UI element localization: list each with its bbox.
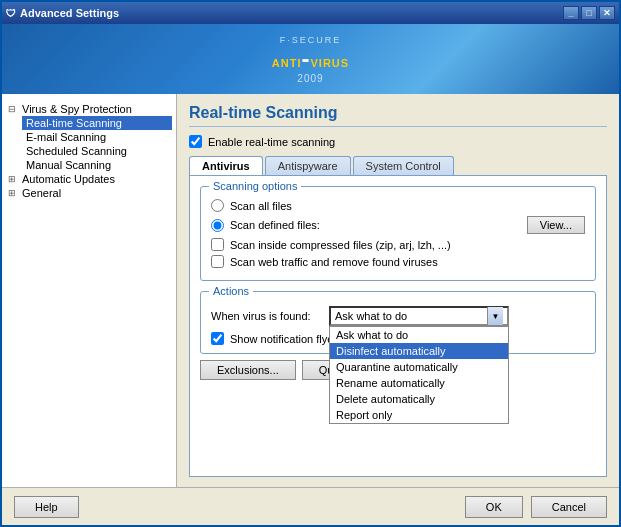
when-virus-label: When virus is found: — [211, 310, 321, 322]
minimize-button[interactable]: _ — [563, 6, 579, 20]
sidebar: ⊟ Virus & Spy Protection Real-time Scann… — [2, 94, 177, 487]
tabs-header: Antivirus Antispyware System Control — [189, 156, 607, 175]
window-title: Advanced Settings — [20, 7, 119, 19]
content-area: Real-time Scanning Enable real-time scan… — [177, 94, 619, 487]
scanning-options-section: Scanning options Scan all files Scan def… — [200, 186, 596, 281]
scan-all-radio[interactable] — [211, 199, 224, 212]
actions-legend: Actions — [209, 285, 253, 297]
scan-compressed-checkbox[interactable] — [211, 238, 224, 251]
sidebar-item-auto-updates-label: Automatic Updates — [22, 173, 170, 185]
expand-general-icon: ⊞ — [8, 188, 22, 198]
when-virus-row: When virus is found: Ask what to do ▼ As… — [211, 306, 585, 326]
dropdown-arrow-icon: ▼ — [487, 307, 503, 325]
option-rename[interactable]: Rename automatically — [330, 375, 508, 391]
title-bar-left: 🛡 Advanced Settings — [6, 7, 119, 19]
footer-right: OK Cancel — [465, 496, 607, 518]
sidebar-item-virus-spy-label: Virus & Spy Protection — [22, 103, 170, 115]
option-disinfect[interactable]: Disinfect automatically — [330, 343, 508, 359]
actions-dropdown-wrapper: Ask what to do ▼ Ask what to do Disinfec… — [329, 306, 509, 326]
actions-dropdown[interactable]: Ask what to do ▼ — [329, 306, 509, 326]
scan-defined-row: Scan defined files: View... — [211, 216, 585, 234]
scan-web-label: Scan web traffic and remove found viruse… — [230, 256, 438, 268]
year-label: 2009 — [272, 73, 349, 84]
exclusions-button[interactable]: Exclusions... — [200, 360, 296, 380]
sidebar-item-realtime[interactable]: Real-time Scanning — [22, 116, 172, 130]
expand-virus-spy-icon: ⊟ — [8, 104, 22, 114]
virus-text: VIRUS — [311, 57, 350, 69]
option-ask[interactable]: Ask what to do — [330, 327, 508, 343]
view-button[interactable]: View... — [527, 216, 585, 234]
title-bar-buttons: _ □ ✕ — [563, 6, 615, 20]
ok-button[interactable]: OK — [465, 496, 523, 518]
scanning-options-legend: Scanning options — [209, 180, 301, 192]
help-button[interactable]: Help — [14, 496, 79, 518]
sidebar-item-scheduled[interactable]: Scheduled Scanning — [22, 144, 172, 158]
dropdown-current-value: Ask what to do — [335, 310, 407, 322]
actions-section: Actions When virus is found: Ask what to… — [200, 291, 596, 354]
maximize-button[interactable]: □ — [581, 6, 597, 20]
sidebar-item-email-label: E-mail Scanning — [26, 131, 168, 143]
close-button[interactable]: ✕ — [599, 6, 615, 20]
dropdown-list: Ask what to do Disinfect automatically Q… — [329, 326, 509, 424]
cancel-button[interactable]: Cancel — [531, 496, 607, 518]
fsecure-label: F·SECURE — [272, 35, 349, 45]
scan-all-files-row: Scan all files — [211, 199, 585, 212]
notification-checkbox[interactable] — [211, 332, 224, 345]
sidebar-item-scheduled-label: Scheduled Scanning — [26, 145, 168, 157]
expand-auto-updates-icon: ⊞ — [8, 174, 22, 184]
main-window: 🛡 Advanced Settings _ □ ✕ F·SECURE ANTI-… — [0, 0, 621, 527]
sidebar-item-email[interactable]: E-mail Scanning — [22, 130, 172, 144]
sidebar-children-virus-spy: Real-time Scanning E-mail Scanning Sched… — [22, 116, 172, 172]
footer-left: Help — [14, 496, 79, 518]
tab-antispyware[interactable]: Antispyware — [265, 156, 351, 175]
sidebar-item-virus-spy[interactable]: ⊟ Virus & Spy Protection — [6, 102, 172, 116]
antivirus-label: ANTI-VIRUS — [272, 45, 349, 73]
scan-web-checkbox[interactable] — [211, 255, 224, 268]
tab-system-control[interactable]: System Control — [353, 156, 454, 175]
tab-content: Scanning options Scan all files Scan def… — [189, 175, 607, 477]
sidebar-item-realtime-label: Real-time Scanning — [26, 117, 168, 129]
scan-web-row: Scan web traffic and remove found viruse… — [211, 255, 585, 268]
header-banner: F·SECURE ANTI-VIRUS 2009 — [2, 24, 619, 94]
sidebar-item-manual-label: Manual Scanning — [26, 159, 168, 171]
window-icon: 🛡 — [6, 8, 16, 19]
scan-compressed-label: Scan inside compressed files (zip, arj, … — [230, 239, 451, 251]
main-content: ⊟ Virus & Spy Protection Real-time Scann… — [2, 94, 619, 487]
sidebar-item-manual[interactable]: Manual Scanning — [22, 158, 172, 172]
tab-antivirus[interactable]: Antivirus — [189, 156, 263, 175]
scan-defined-radio[interactable] — [211, 219, 224, 232]
footer: Help OK Cancel — [2, 487, 619, 525]
title-bar: 🛡 Advanced Settings _ □ ✕ — [2, 2, 619, 24]
enable-label: Enable real-time scanning — [208, 136, 335, 148]
enable-checkbox[interactable] — [189, 135, 202, 148]
sidebar-item-general-label: General — [22, 187, 170, 199]
scan-all-label: Scan all files — [230, 200, 292, 212]
option-report[interactable]: Report only — [330, 407, 508, 423]
scan-defined-label: Scan defined files: — [230, 219, 320, 231]
enable-row: Enable real-time scanning — [189, 135, 607, 148]
sidebar-item-general[interactable]: ⊞ General — [6, 186, 172, 200]
scan-compressed-row: Scan inside compressed files (zip, arj, … — [211, 238, 585, 251]
anti-text: ANTI — [272, 57, 302, 69]
option-delete[interactable]: Delete automatically — [330, 391, 508, 407]
sidebar-item-auto-updates[interactable]: ⊞ Automatic Updates — [6, 172, 172, 186]
logo: F·SECURE ANTI-VIRUS 2009 — [272, 35, 349, 84]
option-quarantine[interactable]: Quarantine automatically — [330, 359, 508, 375]
page-title: Real-time Scanning — [189, 104, 607, 127]
